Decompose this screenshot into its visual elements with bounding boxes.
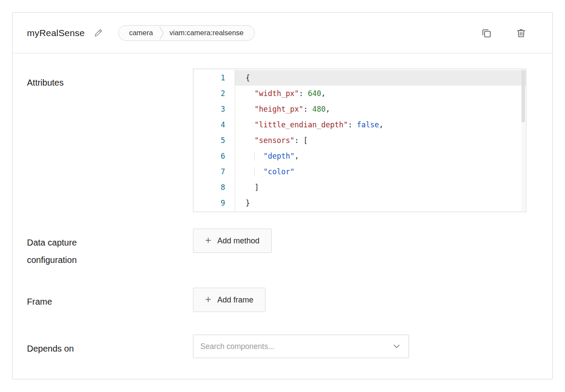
code-line[interactable]: }	[235, 195, 526, 211]
plus-icon: +	[205, 294, 211, 305]
line-number: 4	[193, 117, 225, 133]
editor-gutter: 123456789	[193, 70, 235, 211]
component-name: myRealSense	[27, 28, 85, 38]
add-frame-button[interactable]: + Add frame	[193, 288, 266, 312]
code-lines: { "width_px": 640, "height_px": 480, "li…	[235, 70, 526, 211]
code-line[interactable]: "sensors": [	[235, 133, 526, 148]
duplicate-button[interactable]	[479, 26, 493, 40]
data-capture-label: Data capture configuration	[13, 229, 193, 269]
depends-on-label: Depends on	[13, 335, 193, 358]
add-method-button[interactable]: + Add method	[193, 229, 272, 253]
depends-on-select[interactable]	[193, 335, 409, 358]
breadcrumb: camera viam:camera:realsense	[118, 25, 255, 41]
line-number: 2	[193, 86, 225, 101]
frame-content: + Add frame	[193, 288, 266, 312]
attributes-content: 123456789 { "width_px": 640, "height_px"…	[193, 69, 526, 212]
code-line[interactable]: "depth",	[235, 148, 526, 164]
attributes-editor[interactable]: 123456789 { "width_px": 640, "height_px"…	[193, 69, 526, 212]
component-card: myRealSense camera viam:camera:realsense	[12, 12, 553, 379]
data-capture-content: + Add method	[193, 229, 272, 269]
code-line[interactable]: ]	[235, 179, 526, 195]
code-line[interactable]: "width_px": 640,	[235, 86, 526, 101]
code-line[interactable]: "color"	[235, 164, 526, 179]
trash-icon	[516, 28, 526, 38]
frame-label: Frame	[13, 288, 193, 312]
breadcrumb-type: camera	[119, 29, 159, 37]
add-method-label: Add method	[217, 236, 259, 246]
editor-scrollbar[interactable]	[522, 70, 525, 211]
pencil-icon	[93, 28, 103, 38]
code-line[interactable]: "height_px": 480,	[235, 101, 526, 117]
rename-button[interactable]	[92, 26, 105, 40]
add-frame-label: Add frame	[217, 296, 253, 305]
scrollbar-thumb[interactable]	[522, 70, 525, 122]
line-number: 7	[193, 164, 225, 179]
line-number: 1	[193, 70, 225, 86]
depends-on-content	[193, 335, 409, 358]
line-number: 3	[193, 101, 225, 117]
depends-on-search-input[interactable]	[193, 335, 409, 358]
attributes-label: Attributes	[13, 69, 193, 212]
line-number: 5	[193, 133, 225, 148]
line-number: 6	[193, 148, 225, 164]
card-body: Attributes 123456789 { "width_px": 640, …	[13, 69, 552, 358]
depends-on-row: Depends on	[13, 335, 552, 358]
attributes-row: Attributes 123456789 { "width_px": 640, …	[13, 69, 552, 212]
plus-icon: +	[205, 235, 211, 246]
line-number: 8	[193, 179, 225, 195]
chevron-right-icon	[159, 26, 164, 40]
code-line[interactable]: "little_endian_depth": false,	[235, 117, 526, 133]
data-capture-row: Data capture configuration + Add method	[13, 229, 552, 269]
duplicate-icon	[481, 28, 492, 38]
breadcrumb-model: viam:camera:realsense	[164, 29, 254, 37]
card-header: myRealSense camera viam:camera:realsense	[13, 13, 552, 53]
delete-button[interactable]	[514, 26, 528, 40]
code-line[interactable]: {	[235, 70, 526, 86]
line-number: 9	[193, 195, 225, 211]
frame-row: Frame + Add frame	[13, 288, 552, 312]
